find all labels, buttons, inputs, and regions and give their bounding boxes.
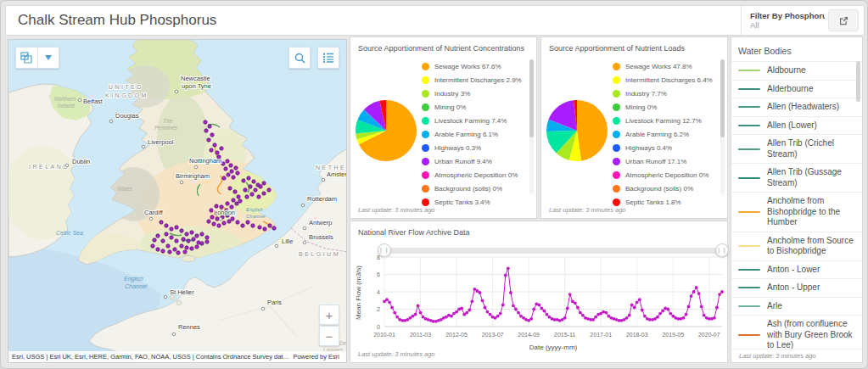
map-marker[interactable] <box>267 188 271 192</box>
flow-point[interactable] <box>703 314 706 317</box>
flow-point[interactable] <box>499 312 502 316</box>
flow-point[interactable] <box>517 311 520 315</box>
flow-point[interactable] <box>581 314 585 317</box>
flow-point[interactable] <box>579 311 582 315</box>
water-body-item[interactable]: Ancholme from Source to Bishopbridge <box>731 232 862 260</box>
flow-point[interactable] <box>669 312 672 316</box>
flow-point[interactable] <box>468 309 471 312</box>
flow-point[interactable] <box>666 308 669 311</box>
flow-point[interactable] <box>543 310 546 313</box>
map-marker[interactable] <box>230 170 233 173</box>
map-marker[interactable] <box>165 232 168 236</box>
map-marker[interactable] <box>166 244 170 248</box>
flow-point[interactable] <box>481 299 484 302</box>
flow-point[interactable] <box>496 315 500 318</box>
map-marker[interactable] <box>156 248 160 251</box>
map-marker[interactable] <box>234 166 238 170</box>
map-panel[interactable]: UNITEDKINGDOMIRELANDNETHERLANDSBELGIUMBe… <box>8 39 347 363</box>
flow-point[interactable] <box>385 298 389 301</box>
map-marker[interactable] <box>153 238 156 242</box>
map-marker[interactable] <box>180 244 183 248</box>
water-bodies-scrollbar[interactable] <box>856 61 860 102</box>
flow-point[interactable] <box>460 307 463 310</box>
map-marker[interactable] <box>156 234 160 238</box>
flow-point[interactable] <box>568 293 572 296</box>
pie-slice[interactable] <box>577 100 608 161</box>
flow-point[interactable] <box>633 306 636 310</box>
flow-point[interactable] <box>563 316 567 320</box>
flow-point[interactable] <box>638 298 641 301</box>
map-marker[interactable] <box>165 224 168 227</box>
map-marker[interactable] <box>204 120 207 124</box>
map-marker[interactable] <box>227 220 231 223</box>
map-marker[interactable] <box>263 227 266 231</box>
water-body-item[interactable]: Allen Trib (Crichel Stream) <box>731 134 862 163</box>
map-marker[interactable] <box>231 217 234 221</box>
map-zoom-in-button[interactable]: + <box>319 305 339 325</box>
flow-point[interactable] <box>548 316 552 319</box>
map-marker[interactable] <box>190 231 193 234</box>
flow-point[interactable] <box>486 310 490 314</box>
flow-point[interactable] <box>532 308 535 311</box>
map-zoom-out-button[interactable]: − <box>319 326 339 346</box>
map-marker[interactable] <box>236 171 239 175</box>
map-marker[interactable] <box>190 247 193 250</box>
map-marker[interactable] <box>236 221 239 224</box>
map-marker[interactable] <box>170 236 173 239</box>
map-marker[interactable] <box>247 176 250 180</box>
map-marker[interactable] <box>161 239 165 243</box>
flow-point[interactable] <box>504 274 507 277</box>
map-marker[interactable] <box>151 244 154 248</box>
map-marker[interactable] <box>220 147 223 150</box>
map-marker[interactable] <box>183 250 187 254</box>
flow-point[interactable] <box>715 306 719 310</box>
map-marker[interactable] <box>241 224 244 227</box>
map-marker[interactable] <box>182 238 185 241</box>
map-marker[interactable] <box>272 226 276 230</box>
flow-point[interactable] <box>604 311 608 315</box>
flow-point[interactable] <box>574 301 577 305</box>
map-marker[interactable] <box>252 180 255 183</box>
map-marker[interactable] <box>208 125 211 128</box>
flow-point[interactable] <box>494 316 497 320</box>
water-body-item[interactable]: Anton - Lower <box>731 260 862 279</box>
map-marker[interactable] <box>257 195 260 198</box>
flow-point[interactable] <box>630 304 634 307</box>
flow-point[interactable] <box>700 305 703 309</box>
flow-point[interactable] <box>720 290 724 294</box>
map-marker[interactable] <box>227 173 230 176</box>
map-marker[interactable] <box>200 232 204 236</box>
flow-point[interactable] <box>417 305 420 308</box>
flow-point[interactable] <box>713 316 716 320</box>
map-marker[interactable] <box>176 251 180 254</box>
map-marker[interactable] <box>226 159 229 163</box>
flow-point[interactable] <box>692 290 696 294</box>
water-body-item[interactable]: Allen (Headwaters) <box>731 98 862 116</box>
map-marker[interactable] <box>262 192 266 195</box>
map-marker[interactable] <box>173 248 176 251</box>
flow-point[interactable] <box>641 309 644 312</box>
flow-point[interactable] <box>419 311 423 315</box>
map-marker[interactable] <box>245 195 249 198</box>
flow-point[interactable] <box>512 305 515 308</box>
water-body-item[interactable]: Arle <box>731 297 862 316</box>
map-marker[interactable] <box>187 239 190 243</box>
map-marker[interactable] <box>168 250 171 254</box>
map-marker[interactable] <box>251 224 255 227</box>
flow-point[interactable] <box>625 316 629 320</box>
flow-point[interactable] <box>682 316 686 320</box>
map-marker[interactable] <box>160 221 163 224</box>
flow-point[interactable] <box>529 317 533 321</box>
map-marker[interactable] <box>259 185 262 188</box>
flow-point[interactable] <box>661 310 664 313</box>
map-marker[interactable] <box>212 222 216 226</box>
water-body-item[interactable]: Ancholme from Bishopbridge to the Humber <box>731 192 862 232</box>
map-marker[interactable] <box>195 245 199 249</box>
water-body-item[interactable]: Anton - Upper <box>731 278 862 297</box>
map-marker[interactable] <box>232 198 235 202</box>
time-range-slider[interactable]: ❘❘ ❘❘ <box>384 248 722 254</box>
flow-point[interactable] <box>607 315 610 318</box>
flow-point[interactable] <box>470 299 473 303</box>
map-marker[interactable] <box>205 236 209 239</box>
map-marker[interactable] <box>185 246 188 249</box>
